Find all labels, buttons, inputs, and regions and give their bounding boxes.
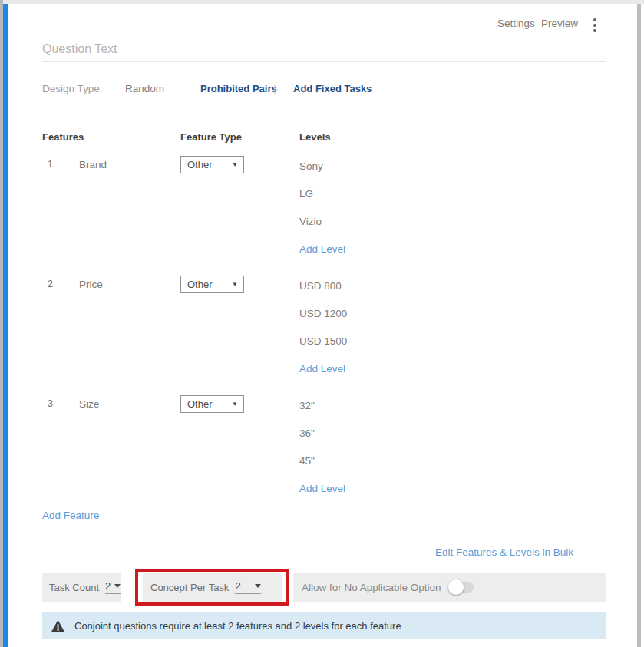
concept-per-task-control: Concept Per Task 2 [143, 573, 282, 602]
chevron-down-icon [114, 584, 121, 588]
feature-name[interactable]: Price [79, 279, 103, 290]
add-fixed-tasks-link[interactable]: Add Fixed Tasks [293, 83, 372, 94]
concept-per-task-dropdown[interactable]: 2 [235, 580, 261, 594]
add-level-link[interactable]: Add Level [299, 242, 345, 257]
design-type-label: Design Type: [42, 83, 103, 94]
feature-number: 3 [48, 398, 53, 409]
top-edge-strip [0, 0, 644, 4]
features-column-header: Features [42, 131, 84, 143]
chevron-down-icon [255, 584, 261, 588]
feature-type-selected-value: Other [187, 398, 213, 410]
add-feature-link[interactable]: Add Feature [42, 510, 99, 521]
question-text-input[interactable] [42, 37, 606, 62]
task-count-dropdown[interactable]: 2 [105, 580, 121, 594]
allow-no-applicable-toggle[interactable] [451, 582, 474, 593]
settings-link[interactable]: Settings [497, 18, 535, 29]
separator: | [273, 83, 276, 94]
feature-type-select[interactable]: Other ▼ [180, 156, 244, 173]
allow-no-applicable-label: Allow for No Applicable Option [302, 582, 441, 593]
level-value[interactable]: 36" [299, 426, 345, 441]
warning-banner: Conjoint questions require at least 2 fe… [42, 612, 606, 639]
task-count-label: Task Count [49, 582, 99, 593]
level-value[interactable]: USD 1500 [299, 334, 347, 349]
feature-number: 2 [48, 279, 53, 289]
design-type-value[interactable]: Random [125, 83, 164, 94]
task-count-value: 2 [105, 580, 111, 592]
chevron-down-icon: ▼ [232, 281, 238, 288]
feature-name[interactable]: Brand [79, 159, 107, 170]
design-type-row: Design Type: Random Prohibited Pairs | A… [0, 83, 644, 98]
feature-type-select[interactable]: Other ▼ [180, 276, 244, 293]
warning-text: Conjoint questions require at least 2 fe… [74, 620, 401, 632]
feature-type-select[interactable]: Other ▼ [180, 395, 244, 413]
conjoint-question-editor: Settings Preview Design Type: Random Pro… [0, 0, 644, 647]
divider [42, 111, 606, 111]
levels-list: USD 800 USD 1200 USD 1500 Add Level [299, 279, 347, 377]
add-level-link[interactable]: Add Level [299, 481, 345, 497]
warning-triangle-icon [51, 619, 65, 632]
chevron-down-icon: ▼ [232, 161, 238, 168]
feature-type-selected-value: Other [187, 279, 213, 290]
add-level-link[interactable]: Add Level [299, 361, 347, 377]
right-edge-strip [637, 4, 641, 647]
preview-link[interactable]: Preview [541, 18, 578, 29]
levels-list: Sony LG Vizio Add Level [299, 159, 345, 257]
feature-number: 1 [48, 159, 53, 170]
allow-no-applicable-control: Allow for No Applicable Option [293, 573, 606, 602]
feature-type-column-header: Feature Type [180, 131, 242, 143]
selected-question-indicator [3, 4, 8, 647]
concept-per-task-label: Concept Per Task [150, 582, 229, 593]
more-options-kebab-icon[interactable] [591, 18, 599, 33]
levels-column-header: Levels [299, 131, 330, 143]
level-value[interactable]: USD 1200 [299, 306, 347, 322]
feature-type-selected-value: Other [187, 159, 213, 170]
toggle-knob [448, 579, 464, 595]
task-count-control: Task Count 2 [42, 573, 121, 602]
edit-features-levels-bulk-link[interactable]: Edit Features & Levels in Bulk [435, 546, 573, 558]
level-value[interactable]: 45" [299, 454, 345, 469]
level-value[interactable]: Vizio [299, 214, 345, 229]
level-value[interactable]: 32" [299, 398, 345, 414]
level-value[interactable]: Sony [299, 159, 345, 174]
chevron-down-icon: ▼ [232, 401, 238, 408]
concept-per-task-value: 2 [235, 580, 240, 592]
level-value[interactable]: USD 800 [299, 279, 347, 294]
prohibited-pairs-link[interactable]: Prohibited Pairs [200, 83, 277, 94]
levels-list: 32" 36" 45" Add Level [299, 398, 345, 497]
feature-name[interactable]: Size [79, 398, 99, 410]
level-value[interactable]: LG [299, 187, 345, 202]
